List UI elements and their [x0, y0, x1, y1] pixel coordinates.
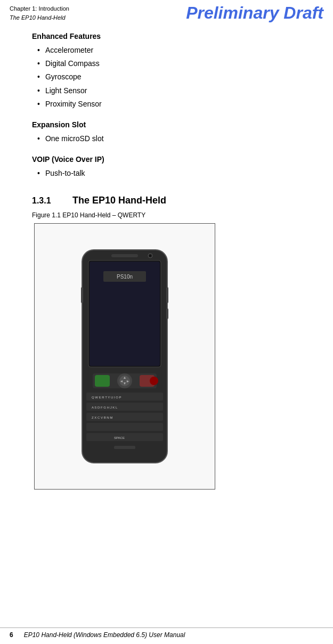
svg-rect-29: [166, 287, 168, 303]
svg-text:SPACE: SPACE: [114, 436, 125, 439]
section-131-header: 1.3.1 The EP10 Hand-Held: [32, 195, 323, 206]
list-item: Proximity Sensor: [37, 97, 323, 111]
device-svg: PS10n ▲ ▼ ◄ ► Q: [71, 244, 178, 468]
list-item: One microSD slot: [37, 132, 323, 145]
svg-text:Z X C V B N M: Z X C V B N M: [92, 416, 112, 419]
list-item: Push-to-talk: [37, 167, 323, 180]
section-title: The EP10 Hand-Held: [10, 13, 69, 22]
expansion-slot-heading: Expansion Slot: [32, 120, 323, 129]
footer-text: EP10 Hand-Held (Windows Embedded 6.5) Us…: [24, 631, 185, 639]
footer-page-number: 6: [10, 631, 13, 639]
list-item: Digital Compass: [37, 57, 323, 70]
footer: 6 EP10 Hand-Held (Windows Embedded 6.5) …: [0, 627, 333, 639]
svg-text:Q W E R T Y U I O P: Q W E R T Y U I O P: [92, 396, 121, 399]
svg-rect-30: [166, 308, 168, 319]
list-item: Gyroscope: [37, 70, 323, 84]
svg-rect-3: [111, 254, 138, 257]
svg-rect-28: [81, 287, 83, 303]
chapter-title: Chapter 1: Introduction: [10, 4, 69, 13]
list-item: Light Sensor: [37, 84, 323, 97]
svg-text:▲: ▲: [123, 376, 127, 379]
watermark-text: Preliminary Draft: [165, 0, 333, 26]
svg-rect-9: [95, 375, 110, 387]
svg-rect-25: [86, 433, 163, 441]
svg-text:PS10n: PS10n: [117, 274, 133, 280]
svg-point-17: [150, 377, 158, 385]
enhanced-features-list: Accelerometer Digital Compass Gyroscope …: [37, 44, 323, 111]
voip-heading: VOIP (Voice Over IP): [32, 155, 323, 164]
svg-text:◄: ◄: [120, 379, 124, 383]
section-number: 1.3.1: [32, 196, 58, 206]
figure-box: PS10n ▲ ▼ ◄ ► Q: [34, 223, 215, 490]
svg-rect-21: [86, 423, 163, 431]
list-item: Accelerometer: [37, 44, 323, 57]
chapter-header: Chapter 1: Introduction The EP10 Hand-He…: [10, 4, 69, 22]
svg-point-5: [149, 255, 151, 257]
section-131-title: The EP10 Hand-Held: [72, 195, 166, 206]
figure-caption: Figure 1.1 EP10 Hand-Held – QWERTY: [32, 211, 323, 219]
enhanced-features-heading: Enhanced Features: [32, 32, 323, 40]
svg-rect-27: [114, 446, 135, 449]
main-content: Enhanced Features Accelerometer Digital …: [0, 32, 333, 490]
svg-text:A S D F G H J K L: A S D F G H J K L: [92, 406, 118, 409]
svg-text:►: ►: [126, 379, 130, 383]
voip-list: Push-to-talk: [37, 167, 323, 180]
expansion-slot-list: One microSD slot: [37, 132, 323, 145]
